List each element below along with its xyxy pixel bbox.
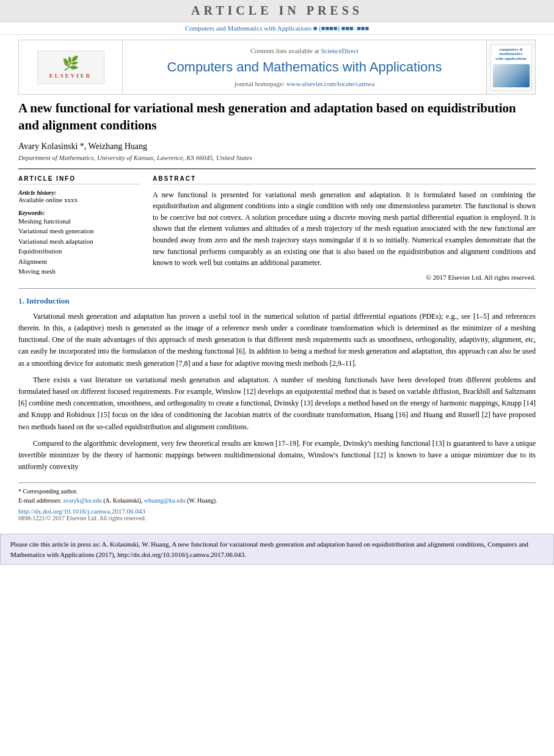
elsevier-tree-icon: 🌿	[62, 56, 79, 71]
citation-bar: Please cite this article in press as: A.…	[0, 534, 554, 565]
main-content: A new functional for variational mesh ge…	[0, 100, 554, 522]
journal-thumbnail: computers &mathematicswith applications	[486, 40, 535, 94]
email-addresses-line: E-mail addresses: avaryk@ku.edu (A. Kola…	[18, 496, 536, 505]
journal-header-middle: Contents lists available at ScienceDirec…	[123, 40, 486, 94]
doi-link[interactable]: http://dx.doi.org/10.1016/j.camwa.2017.0…	[18, 507, 536, 515]
intro-paragraph-1: Variational mesh generation and adaptati…	[18, 311, 536, 369]
science-direct-link[interactable]: ScienceDirect	[321, 47, 359, 54]
keyword-5: Alignment	[18, 256, 140, 267]
intro-paragraph-3: Compared to the algorithmic development,…	[18, 438, 536, 473]
thumb-box: computers &mathematicswith applications	[490, 45, 532, 90]
info-abstract-columns: ARTICLE INFO Article history: Available …	[18, 175, 536, 281]
copyright-line: © 2017 Elsevier Ltd. All rights reserved…	[153, 274, 536, 281]
abstract-heading: ABSTRACT	[153, 175, 536, 184]
article-info-column: ARTICLE INFO Article history: Available …	[18, 175, 140, 281]
journal-homepage: journal homepage: www.elsevier.com/locat…	[235, 80, 375, 87]
keywords-section: Keywords: Meshing functional Variational…	[18, 209, 140, 277]
keyword-3: Variational mesh adaptation	[18, 236, 140, 247]
article-info-heading: ARTICLE INFO	[18, 175, 140, 184]
article-history-section: Article history: Available online xxxx	[18, 189, 140, 203]
thumb-image	[493, 64, 530, 87]
article-in-press-banner: ARTICLE IN PRESS	[0, 0, 554, 22]
introduction-section: 1. Introduction Variational mesh generat…	[18, 296, 536, 473]
abstract-column: ABSTRACT A new functional is presented f…	[153, 175, 536, 281]
abstract-text: A new functional is presented for variat…	[153, 189, 536, 269]
history-value: Available online xxxx	[18, 196, 140, 203]
license-line: 0898-1221/© 2017 Elsevier Ltd. All right…	[18, 515, 536, 522]
affiliation: Department of Mathematics, University of…	[18, 154, 536, 161]
science-direct-label: Contents lists available at ScienceDirec…	[250, 47, 359, 54]
section-title: 1. Introduction	[18, 296, 536, 306]
keyword-2: Variational mesh generation	[18, 226, 140, 236]
journal-reference-bar: Computers and Mathematics with Applicati…	[0, 22, 554, 35]
email-link-2[interactable]: whuang@ku.edu	[144, 497, 186, 504]
keywords-label: Keywords:	[18, 209, 140, 216]
article-title: A new functional for variational mesh ge…	[18, 100, 536, 134]
authors-line: Avary Kolasinski *, Weizhang Huang	[18, 142, 536, 151]
keyword-1: Meshing functional	[18, 216, 140, 227]
thumb-title: computers &mathematicswith applications	[495, 48, 527, 62]
journal-title: Computers and Mathematics with Applicati…	[167, 59, 442, 75]
corresponding-author-note: * Corresponding author.	[18, 487, 536, 496]
divider-top	[18, 169, 536, 169]
keyword-6: Moving mesh	[18, 266, 140, 277]
elsevier-logo-box: 🌿 ELSEVIER	[37, 51, 104, 84]
elsevier-wordmark: ELSEVIER	[49, 73, 92, 79]
intro-paragraph-2: There exists a vast literature on variat…	[18, 374, 536, 433]
journal-homepage-link[interactable]: www.elsevier.com/locate/camwa	[286, 80, 375, 87]
history-label: Article history:	[18, 189, 140, 196]
keyword-4: Equidistribution	[18, 246, 140, 256]
email-link-1[interactable]: avaryk@ku.edu	[63, 497, 101, 504]
journal-header: 🌿 ELSEVIER Contents lists available at S…	[18, 40, 536, 95]
elsevier-logo-area: 🌿 ELSEVIER	[19, 40, 123, 94]
footnote-area: * Corresponding author. E-mail addresses…	[18, 482, 536, 522]
section-divider	[18, 288, 536, 289]
